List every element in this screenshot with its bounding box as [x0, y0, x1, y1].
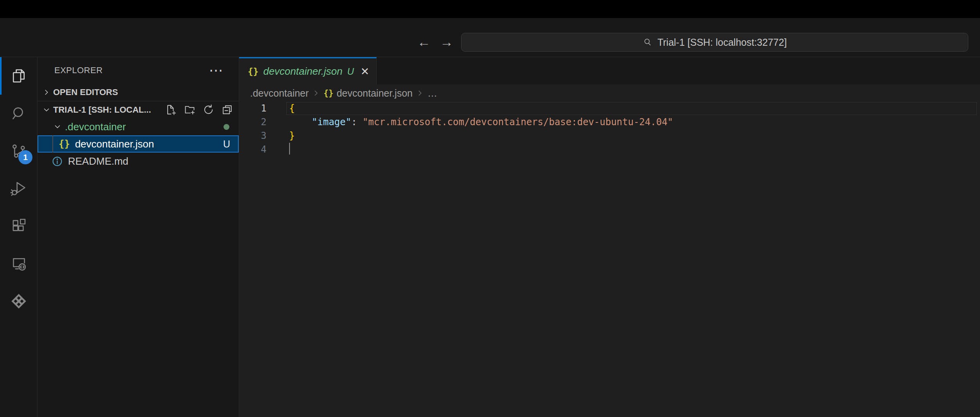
breadcrumb-file[interactable]: devcontainer.json	[336, 88, 413, 99]
git-untracked-badge: U	[223, 138, 230, 150]
editor-area: {} devcontainer.json U ✕ .devcontainer {…	[239, 57, 980, 417]
tab-git-untracked-badge: U	[347, 66, 354, 77]
code-editor[interactable]: 1 { 2 "image": "mcr.microsoft.com/devcon…	[239, 102, 980, 417]
dev-containers-icon	[10, 292, 28, 310]
info-file-icon	[52, 156, 63, 167]
folder-name: .devcontainer	[65, 121, 126, 133]
chevron-right-icon	[312, 89, 320, 97]
remote-explorer-icon	[10, 255, 27, 272]
new-folder-icon[interactable]	[184, 104, 196, 116]
breadcrumb-symbol-ellipsis[interactable]: …	[427, 88, 437, 99]
activity-dev-containers-button[interactable]	[0, 282, 37, 320]
activity-bar: 1	[0, 57, 38, 417]
chevron-right-icon	[42, 88, 51, 97]
code-token: {	[289, 103, 295, 114]
activity-source-control-button[interactable]: 1	[0, 132, 37, 170]
tree-indent-guide	[52, 135, 53, 153]
files-icon	[10, 67, 27, 84]
chevron-down-icon	[42, 106, 51, 114]
tree-item-devcontainer-json[interactable]: {} devcontainer.json U	[38, 135, 239, 153]
tab-strip: {} devcontainer.json U ✕	[239, 57, 980, 84]
json-file-icon: {}	[59, 138, 70, 149]
title-bar: ← → Trial-1 [SSH: localhost:32772]	[0, 18, 980, 57]
source-control-badge: 1	[18, 150, 32, 164]
line-number: 4	[239, 143, 289, 156]
code-token: "mcr.microsoft.com/devcontainers/base:de…	[363, 117, 673, 128]
json-file-icon: {}	[324, 88, 333, 98]
activity-search-button[interactable]	[0, 95, 37, 132]
line-number: 2	[239, 115, 289, 129]
history-back-button[interactable]: ←	[417, 34, 431, 50]
tree-item-readme[interactable]: README.md	[38, 153, 239, 170]
workbench: 1	[0, 57, 980, 417]
command-center[interactable]: Trial-1 [SSH: localhost:32772]	[461, 33, 968, 52]
code-line-3: 3 }	[239, 129, 980, 143]
file-name: devcontainer.json	[75, 138, 154, 150]
run-and-debug-icon	[10, 180, 27, 197]
macos-menu-bar-strip	[0, 0, 980, 18]
breadcrumb-folder[interactable]: .devcontainer	[250, 88, 309, 99]
code-line-1: 1 {	[239, 102, 980, 115]
tab-devcontainer-json[interactable]: {} devcontainer.json U ✕	[239, 57, 377, 84]
command-center-label: Trial-1 [SSH: localhost:32772]	[657, 37, 787, 48]
activity-run-debug-button[interactable]	[0, 170, 37, 207]
activity-extensions-button[interactable]	[0, 207, 37, 245]
open-editors-section-header[interactable]: OPEN EDITORS	[38, 84, 239, 101]
tab-label: devcontainer.json	[263, 65, 343, 77]
file-name: README.md	[68, 155, 129, 167]
project-section-header[interactable]: TRIAL-1 [SSH: LOCAL...	[38, 101, 239, 118]
history-forward-button[interactable]: →	[440, 34, 453, 50]
code-line-2: 2 "image": "mcr.microsoft.com/devcontain…	[239, 115, 980, 129]
code-token	[289, 117, 312, 128]
search-icon	[10, 105, 27, 122]
code-token: }	[289, 130, 295, 141]
open-editors-label: OPEN EDITORS	[53, 87, 118, 97]
activity-remote-explorer-button[interactable]	[0, 245, 37, 282]
line-number: 1	[239, 102, 289, 115]
new-file-icon[interactable]	[165, 104, 177, 116]
extensions-icon	[10, 217, 27, 235]
json-file-icon: {}	[248, 67, 259, 77]
git-modified-dot-badge	[224, 124, 229, 130]
breadcrumb: .devcontainer {} devcontainer.json …	[239, 84, 980, 102]
close-icon[interactable]: ✕	[360, 65, 369, 78]
code-line-4: 4	[239, 143, 980, 156]
chevron-down-icon	[53, 122, 62, 131]
collapse-all-icon[interactable]	[221, 104, 233, 116]
chevron-right-icon	[416, 89, 424, 97]
sidebar-title: EXPLORER	[54, 65, 103, 75]
project-section-label: TRIAL-1 [SSH: LOCAL...	[53, 105, 151, 115]
tree-item-devcontainer-folder[interactable]: .devcontainer	[38, 118, 239, 135]
code-token: :	[351, 117, 363, 128]
activity-explorer-button[interactable]	[0, 57, 37, 95]
code-token: "image"	[312, 117, 351, 128]
line-number: 3	[239, 129, 289, 143]
refresh-icon[interactable]	[202, 104, 215, 116]
search-icon	[642, 37, 653, 47]
explorer-sidebar: EXPLORER ⋯ OPEN EDITORS TRIAL-1 [SSH: LO…	[38, 57, 239, 417]
